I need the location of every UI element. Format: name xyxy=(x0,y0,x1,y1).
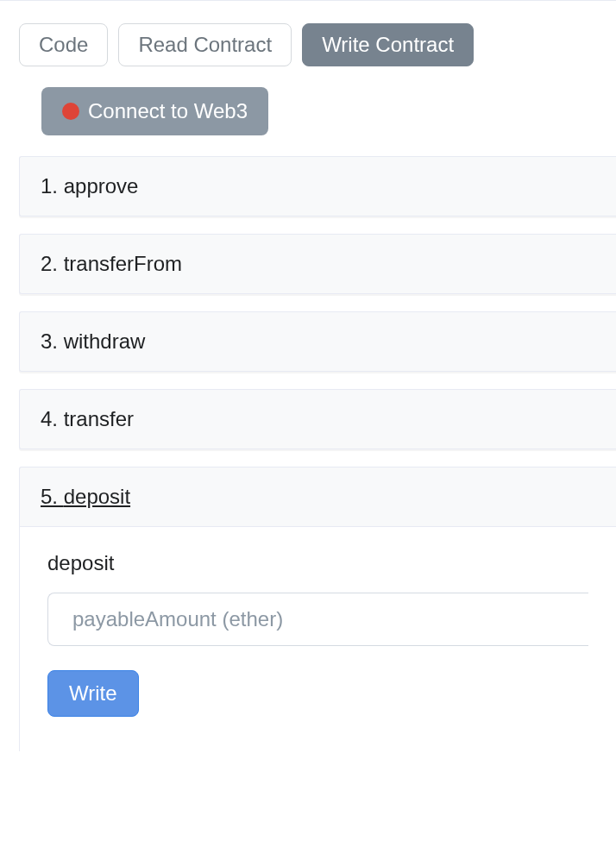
payable-amount-input[interactable] xyxy=(47,593,588,646)
function-item-withdraw: 3. withdraw xyxy=(19,311,616,372)
write-functions-accordion: 1. approve 2. transferFrom 3. withdraw 4… xyxy=(19,156,616,751)
contract-tabs: Code Read Contract Write Contract xyxy=(0,8,616,66)
function-body-deposit: deposit Write xyxy=(19,527,616,751)
function-item-approve: 1. approve xyxy=(19,156,616,216)
function-header-withdraw[interactable]: 3. withdraw xyxy=(19,311,616,372)
function-name: transferFrom xyxy=(64,252,182,275)
write-button[interactable]: Write xyxy=(47,670,139,717)
function-header-transfer[interactable]: 4. transfer xyxy=(19,389,616,449)
function-item-transferfrom: 2. transferFrom xyxy=(19,234,616,294)
function-index: 4. xyxy=(41,407,58,430)
function-header-transferfrom[interactable]: 2. transferFrom xyxy=(19,234,616,294)
function-name: deposit xyxy=(64,485,130,508)
function-name: approve xyxy=(64,174,139,198)
function-index: 5. xyxy=(41,485,58,508)
function-item-deposit: 5. deposit deposit Write xyxy=(19,467,616,751)
function-name: withdraw xyxy=(64,329,146,353)
connection-status-icon xyxy=(62,103,79,120)
function-index: 3. xyxy=(41,329,58,353)
tab-read-contract[interactable]: Read Contract xyxy=(118,23,292,66)
function-index: 1. xyxy=(41,174,58,198)
function-name: transfer xyxy=(64,407,134,430)
function-header-deposit[interactable]: 5. deposit xyxy=(19,467,616,527)
connect-web3-button[interactable]: Connect to Web3 xyxy=(41,87,268,135)
tab-code[interactable]: Code xyxy=(19,23,108,66)
function-label: deposit xyxy=(47,551,588,575)
tab-write-contract[interactable]: Write Contract xyxy=(302,23,474,66)
function-item-transfer: 4. transfer xyxy=(19,389,616,449)
function-header-approve[interactable]: 1. approve xyxy=(19,156,616,216)
connect-row: Connect to Web3 xyxy=(0,66,616,156)
function-index: 2. xyxy=(41,252,58,275)
connect-web3-label: Connect to Web3 xyxy=(88,99,248,123)
